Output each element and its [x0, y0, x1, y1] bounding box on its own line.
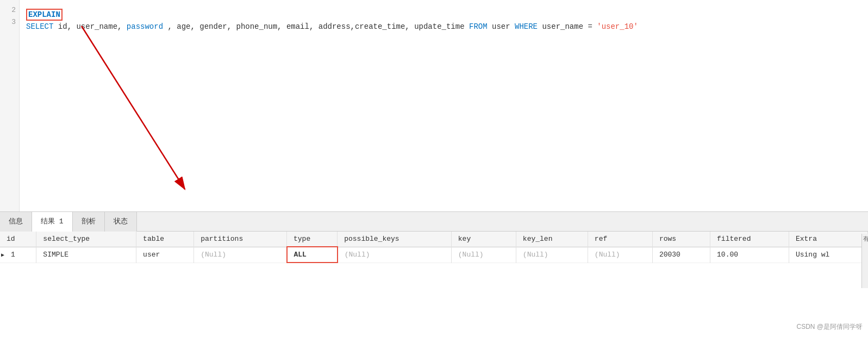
tab-info[interactable]: 信息: [0, 212, 32, 232]
cell-key-len: (Null): [516, 247, 588, 263]
where-value: 'user_10': [597, 22, 638, 31]
results-area: id select_type table partitions type pos…: [0, 232, 868, 263]
line-numbers: 2 3: [0, 0, 20, 211]
code-content: EXPLAIN SELECT id, user_name, password ,…: [20, 4, 868, 37]
col-filtered: filtered: [710, 232, 789, 247]
col-type: type: [287, 232, 338, 247]
col-id: id: [0, 232, 36, 247]
col-table: table: [136, 232, 194, 247]
cell-type: ALL: [287, 247, 338, 263]
cell-id: 1: [0, 247, 36, 263]
tab-status[interactable]: 状态: [105, 212, 137, 232]
editor-area: 2 3 EXPLAIN SELECT id, user_name, passwo…: [0, 0, 868, 212]
tabs-bar: 信息 结果 1 剖析 状态: [0, 212, 868, 232]
cell-select-type: SIMPLE: [36, 247, 136, 263]
code-line-select: SELECT id, user_name, password , age, ge…: [26, 21, 861, 33]
cell-rows: 20030: [652, 247, 710, 263]
cell-table: user: [136, 247, 194, 263]
select-fields-2: , age, gender, phone_num, email, address…: [167, 22, 469, 31]
select-keyword: SELECT: [26, 22, 53, 31]
col-possible-keys: possible_keys: [338, 232, 452, 247]
where-field: user_name =: [542, 22, 597, 31]
table-name: user: [492, 22, 515, 31]
col-rows: rows: [652, 232, 710, 247]
explain-keyword: EXPLAIN: [26, 9, 63, 21]
line-num-3: 3: [0, 16, 19, 28]
cell-possible-keys: (Null): [338, 247, 452, 263]
results-table: id select_type table partitions type pos…: [0, 232, 868, 263]
where-keyword: WHERE: [515, 22, 538, 31]
col-extra: Extra: [789, 232, 867, 247]
col-key: key: [451, 232, 516, 247]
code-line-explain: EXPLAIN: [26, 9, 861, 21]
cell-partitions: (Null): [194, 247, 287, 263]
col-select-type: select_type: [36, 232, 136, 247]
scrollbar-indicator: 有: [861, 234, 868, 288]
col-key-len: key_len: [516, 232, 588, 247]
watermark: CSDN @是阿倩同学呀: [796, 322, 863, 332]
select-fields: id, user_name,: [58, 22, 127, 31]
svg-line-1: [82, 26, 185, 189]
cell-filtered: 10.00: [710, 247, 789, 263]
password-field: password: [127, 22, 163, 31]
tab-profiling[interactable]: 剖析: [73, 212, 105, 232]
col-ref: ref: [588, 232, 652, 247]
table-row: 1 SIMPLE user (Null) ALL (Null) (Null) (…: [0, 247, 868, 263]
annotation-arrow: [71, 21, 201, 205]
line-num-2: 2: [0, 4, 19, 16]
cell-extra: Using wl: [789, 247, 867, 263]
tab-results[interactable]: 结果 1: [32, 212, 73, 232]
col-partitions: partitions: [194, 232, 287, 247]
from-keyword: FROM: [469, 22, 488, 31]
table-header-row: id select_type table partitions type pos…: [0, 232, 868, 247]
cell-ref: (Null): [588, 247, 652, 263]
cell-key: (Null): [451, 247, 516, 263]
